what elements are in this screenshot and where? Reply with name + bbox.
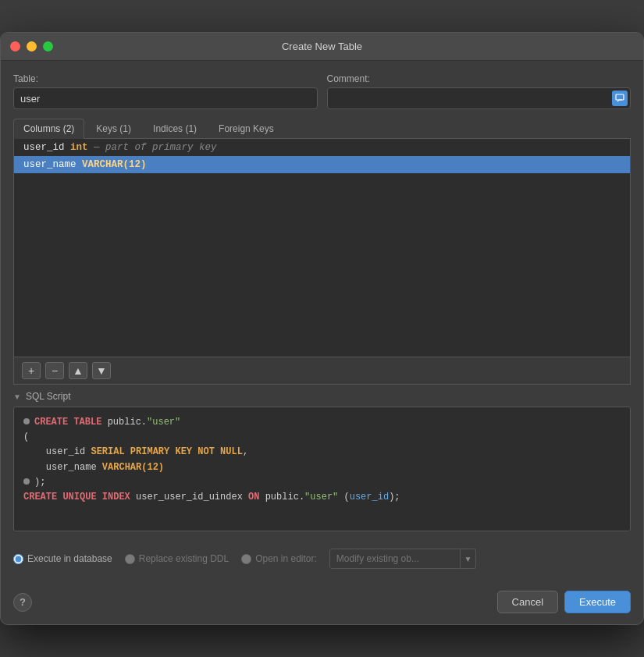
sql-line-6: CREATE UNIQUE INDEX user_user_id_uindex … xyxy=(23,490,621,505)
sql-script-area: CREATE TABLE public."user" ( user_id SER… xyxy=(13,407,631,531)
fields-row: Table: Comment: xyxy=(13,73,631,109)
move-down-button[interactable]: ▼ xyxy=(92,362,111,379)
comment-label: Comment: xyxy=(327,73,632,84)
sql-line-2: ( xyxy=(23,430,621,445)
columns-toolbar: + − ▲ ▼ xyxy=(13,357,631,385)
sql-line-4: user_name VARCHAR(12) xyxy=(23,460,621,475)
create-table-dialog: Create New Table Table: Comment: xyxy=(0,32,644,625)
footer: ? Cancel Execute xyxy=(1,584,643,624)
sql-line-3: user_id SERIAL PRIMARY KEY NOT NULL, xyxy=(23,445,621,460)
help-button[interactable]: ? xyxy=(13,593,32,612)
sql-section-header[interactable]: ▼ SQL Script xyxy=(13,385,631,407)
radio-execute-text: Execute in database xyxy=(27,553,112,564)
tab-columns[interactable]: Columns (2) xyxy=(13,119,84,139)
comment-icon-button[interactable] xyxy=(612,91,628,106)
dialog-body: Table: Comment: Columns (2) xyxy=(1,61,643,584)
close-button[interactable] xyxy=(10,41,20,51)
radio-open-text: Open in editor: xyxy=(255,553,317,564)
minimize-button[interactable] xyxy=(27,41,37,51)
action-buttons: Cancel Execute xyxy=(497,591,631,613)
col-type: int xyxy=(70,142,88,153)
execute-button[interactable]: Execute xyxy=(564,591,631,613)
comment-input-wrapper xyxy=(327,87,632,109)
col-type: VARCHAR(12) xyxy=(82,159,147,170)
bottom-row: Execute in database Replace existing DDL… xyxy=(13,541,631,572)
tabs-bar: Columns (2) Keys (1) Indices (1) Foreign… xyxy=(13,119,631,139)
table-row[interactable]: user_id int — part of primary key xyxy=(14,139,630,156)
svg-rect-0 xyxy=(616,94,624,100)
modify-dropdown-arrow: ▼ xyxy=(461,549,476,569)
sql-line-1: CREATE TABLE public."user" xyxy=(23,415,621,430)
add-column-button[interactable]: + xyxy=(22,362,41,379)
radio-replace-text: Replace existing DDL xyxy=(139,553,229,564)
move-up-button[interactable]: ▲ xyxy=(69,362,87,379)
columns-table-area: user_id int — part of primary key user_n… xyxy=(13,139,631,357)
comment-field-group: Comment: xyxy=(327,73,632,109)
titlebar: Create New Table xyxy=(1,33,643,61)
radio-open-input xyxy=(241,554,251,564)
tab-indices[interactable]: Indices (1) xyxy=(143,119,207,138)
radio-execute-label[interactable]: Execute in database xyxy=(13,553,112,564)
sql-section-label: SQL Script xyxy=(26,391,71,402)
radio-group: Execute in database Replace existing DDL… xyxy=(13,549,476,569)
table-name-input[interactable] xyxy=(13,87,318,109)
tab-keys[interactable]: Keys (1) xyxy=(86,119,141,138)
table-label: Table: xyxy=(13,73,318,84)
comment-input[interactable] xyxy=(327,87,632,109)
table-row[interactable]: user_name VARCHAR(12) xyxy=(14,156,630,173)
cancel-button[interactable]: Cancel xyxy=(497,591,558,613)
radio-execute-input[interactable] xyxy=(13,554,23,564)
maximize-button[interactable] xyxy=(43,41,53,51)
radio-replace-label: Replace existing DDL xyxy=(125,553,229,564)
remove-column-button[interactable]: − xyxy=(45,362,64,379)
radio-replace-input xyxy=(125,554,135,564)
col-name: user_name xyxy=(23,159,82,170)
window-controls xyxy=(10,41,53,51)
radio-open-label: Open in editor: xyxy=(241,553,317,564)
col-name: user_id xyxy=(23,142,70,153)
modify-dropdown: ▼ xyxy=(329,549,476,569)
chevron-down-icon: ▼ xyxy=(13,392,21,401)
col-comment: — part of primary key xyxy=(88,142,217,153)
table-field-group: Table: xyxy=(13,73,318,109)
tab-foreign-keys[interactable]: Foreign Keys xyxy=(208,119,284,138)
sql-line-5: ); xyxy=(23,475,621,490)
modify-select-input xyxy=(329,549,461,569)
dialog-title: Create New Table xyxy=(282,41,362,52)
